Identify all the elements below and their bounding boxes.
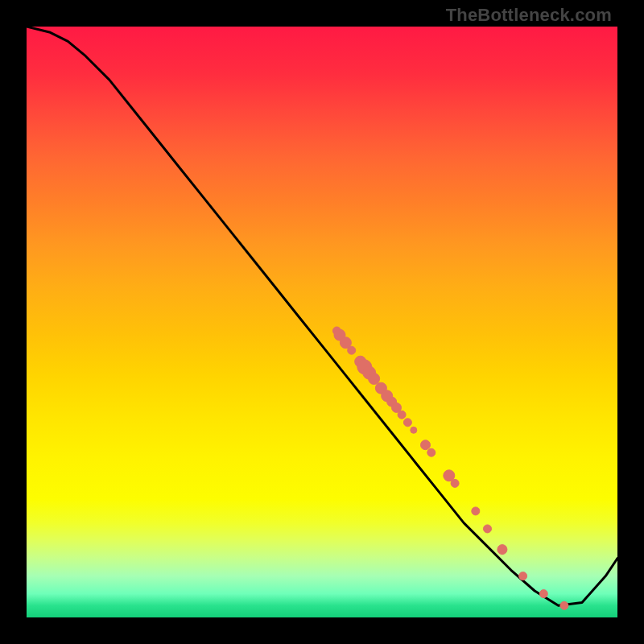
data-marker xyxy=(398,411,406,419)
chart-frame: TheBottleneck.com xyxy=(0,0,644,644)
data-marker xyxy=(369,374,380,385)
plot-area xyxy=(27,27,617,617)
data-marker xyxy=(519,572,527,580)
data-marker xyxy=(427,448,436,456)
data-marker xyxy=(348,346,356,354)
watermark-text: TheBottleneck.com xyxy=(446,5,612,26)
data-marker xyxy=(539,590,547,598)
data-marker xyxy=(560,601,568,609)
data-marker xyxy=(497,545,507,555)
data-marker xyxy=(472,507,480,515)
chart-svg xyxy=(27,27,617,617)
data-marker xyxy=(411,427,417,433)
marker-layer xyxy=(332,327,568,609)
data-marker xyxy=(451,479,459,487)
bottleneck-curve xyxy=(27,27,617,605)
data-marker xyxy=(484,525,492,533)
data-marker xyxy=(421,440,431,450)
data-marker xyxy=(403,419,411,427)
